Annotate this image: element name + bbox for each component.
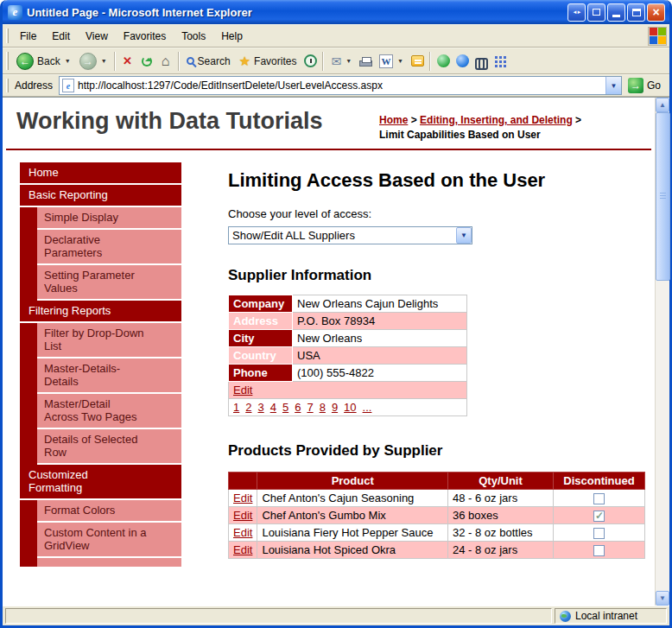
- product-name: Chef Anton's Cajun Seasoning: [257, 489, 448, 506]
- sidebar-item-filter-by-dropdown-list[interactable]: Filter by Drop-Down List: [37, 323, 181, 358]
- title-bar[interactable]: e Untitled Page - Microsoft Internet Exp…: [3, 0, 669, 24]
- discontinued-checkbox[interactable]: [593, 493, 605, 504]
- menu-view[interactable]: View: [78, 27, 116, 46]
- sidebar-item-master-detail-two-pages[interactable]: Master/Detail Across Two Pages: [37, 394, 181, 429]
- stop-button[interactable]: ✕: [118, 52, 137, 71]
- print-button[interactable]: [356, 52, 375, 71]
- scrollbar-thumb[interactable]: [656, 112, 670, 281]
- header-edit-column: [229, 472, 257, 489]
- minimize-button[interactable]: [607, 3, 625, 22]
- sidebar-item-home[interactable]: Home: [20, 162, 181, 185]
- titlebar-extra-button-1[interactable]: ◄►: [567, 3, 586, 22]
- pager-link-4[interactable]: 4: [270, 401, 276, 414]
- sidebar-item-basic-reporting[interactable]: Basic Reporting: [20, 185, 181, 207]
- refresh-button[interactable]: [137, 52, 156, 71]
- messenger-button[interactable]: [434, 52, 453, 71]
- address-url[interactable]: http://localhost:1297/Code/EditInsertDel…: [78, 79, 605, 92]
- sidebar-item-filtering-reports[interactable]: Filtering Reports: [20, 301, 181, 323]
- favorites-button[interactable]: ★ Favorites: [235, 52, 301, 71]
- close-icon: ×: [652, 6, 659, 18]
- mail-button[interactable]: ✉ ▼: [326, 53, 356, 70]
- maximize-button[interactable]: [627, 3, 645, 22]
- discuss-button[interactable]: [408, 52, 427, 71]
- mail-icon: ✉: [331, 54, 341, 68]
- close-button[interactable]: ×: [647, 3, 665, 22]
- menu-tools[interactable]: Tools: [174, 27, 213, 46]
- quick-launch-button[interactable]: [491, 52, 510, 71]
- research-button[interactable]: [472, 52, 491, 71]
- edit-with-word-button[interactable]: W ▼: [375, 53, 408, 70]
- menu-bar: File Edit View Favorites Tools Help: [3, 24, 669, 48]
- history-button[interactable]: [301, 52, 320, 71]
- vertical-scrollbar[interactable]: ▲ ▼: [655, 98, 669, 606]
- go-button[interactable]: → Go: [622, 78, 666, 93]
- table-row: Address P.O. Box 78934: [229, 312, 467, 329]
- access-level-dropdown[interactable]: Show/Edit ALL Suppliers ▼: [228, 226, 472, 244]
- dropdown-arrow-button[interactable]: ▼: [456, 227, 472, 244]
- sidebar-item-details-of-selected-row[interactable]: Details of Selected Row: [37, 429, 181, 465]
- site-title: Working with Data Tutorials: [16, 108, 323, 135]
- home-button[interactable]: ⌂: [156, 52, 175, 71]
- discontinued-checkbox[interactable]: [593, 511, 605, 522]
- toolbar: ← Back ▼ → ▼ ✕ ⌂ Search ★ Favorites ✉ ▼ …: [3, 48, 669, 74]
- pager-link-8[interactable]: 8: [320, 401, 326, 414]
- breadcrumb-separator: >: [411, 114, 417, 126]
- breadcrumb: Home > Editing, Inserting, and Deleting …: [379, 113, 643, 143]
- menu-file[interactable]: File: [12, 27, 44, 46]
- sidebar-item-simple-display[interactable]: Simple Display: [37, 207, 181, 230]
- discontinued-checkbox[interactable]: [593, 545, 605, 556]
- row-edit-link[interactable]: Edit: [233, 492, 252, 504]
- toolbar-grip[interactable]: [6, 52, 9, 69]
- pager-link-10[interactable]: 10: [344, 401, 356, 414]
- field-label: City: [229, 329, 293, 346]
- menubar-grip[interactable]: [6, 29, 9, 44]
- sidebar-item-setting-parameter-values[interactable]: Setting Parameter Values: [37, 265, 181, 301]
- pager-link-more[interactable]: ...: [363, 401, 372, 414]
- row-edit-link[interactable]: Edit: [233, 543, 252, 556]
- pager-link-2[interactable]: 2: [245, 401, 251, 414]
- breadcrumb-section-link[interactable]: Editing, Inserting, and Deleting: [420, 114, 573, 126]
- sidebar-item-clipped[interactable]: [37, 558, 181, 567]
- products-grid: Product Qty/Unit Discontinued Edit Chef …: [228, 472, 645, 559]
- chevron-down-icon: ▼: [460, 232, 467, 239]
- product-qty: 48 - 6 oz jars: [448, 489, 554, 506]
- web-icon: [456, 54, 469, 67]
- pager-link-5[interactable]: 5: [282, 401, 288, 414]
- refresh-icon: [142, 56, 152, 67]
- row-edit-link[interactable]: Edit: [233, 509, 252, 522]
- chevron-down-icon: ▼: [611, 82, 618, 90]
- pager-link-1[interactable]: 1: [233, 401, 239, 414]
- pager-link-7[interactable]: 7: [307, 401, 313, 414]
- address-bar: Address e http://localhost:1297/Code/Edi…: [3, 74, 669, 97]
- sidebar-item-declarative-parameters[interactable]: Declarative Parameters: [37, 230, 181, 265]
- web-button[interactable]: [453, 52, 472, 71]
- scrollbar-track[interactable]: [656, 112, 669, 591]
- sidebar-item-customized-formatting[interactable]: Customized Formatting: [20, 465, 181, 500]
- breadcrumb-home-link[interactable]: Home: [379, 114, 408, 126]
- back-button[interactable]: ← Back ▼: [12, 51, 75, 72]
- breadcrumb-separator: >: [575, 114, 581, 126]
- scroll-down-button[interactable]: ▼: [656, 591, 669, 606]
- pager-link-9[interactable]: 9: [332, 401, 338, 414]
- menu-help[interactable]: Help: [213, 27, 250, 46]
- address-dropdown-button[interactable]: ▼: [605, 77, 621, 94]
- pager-link-3[interactable]: 3: [257, 401, 263, 414]
- addressbar-grip[interactable]: [6, 79, 9, 93]
- supplier-edit-link[interactable]: Edit: [233, 384, 252, 396]
- search-button[interactable]: Search: [182, 54, 235, 69]
- menu-favorites[interactable]: Favorites: [116, 27, 174, 46]
- sidebar-item-custom-content-gridview[interactable]: Custom Content in a GridView: [37, 523, 181, 558]
- forward-button[interactable]: → ▼: [75, 51, 111, 72]
- row-edit-link[interactable]: Edit: [233, 526, 252, 539]
- pager-link-6[interactable]: 6: [295, 401, 301, 414]
- address-input[interactable]: e http://localhost:1297/Code/EditInsertD…: [59, 76, 622, 95]
- discontinued-checkbox[interactable]: [593, 528, 605, 539]
- field-label: Country: [229, 346, 293, 364]
- titlebar-extra-button-2[interactable]: [587, 3, 605, 22]
- stop-icon: ✕: [123, 54, 132, 67]
- main-content: Limiting Access Based on the User Choose…: [228, 162, 646, 567]
- menu-edit[interactable]: Edit: [44, 27, 78, 46]
- scroll-up-button[interactable]: ▲: [656, 98, 669, 112]
- sidebar-item-format-colors[interactable]: Format Colors: [37, 500, 181, 523]
- sidebar-item-master-details-details[interactable]: Master-Details-Details: [37, 358, 181, 394]
